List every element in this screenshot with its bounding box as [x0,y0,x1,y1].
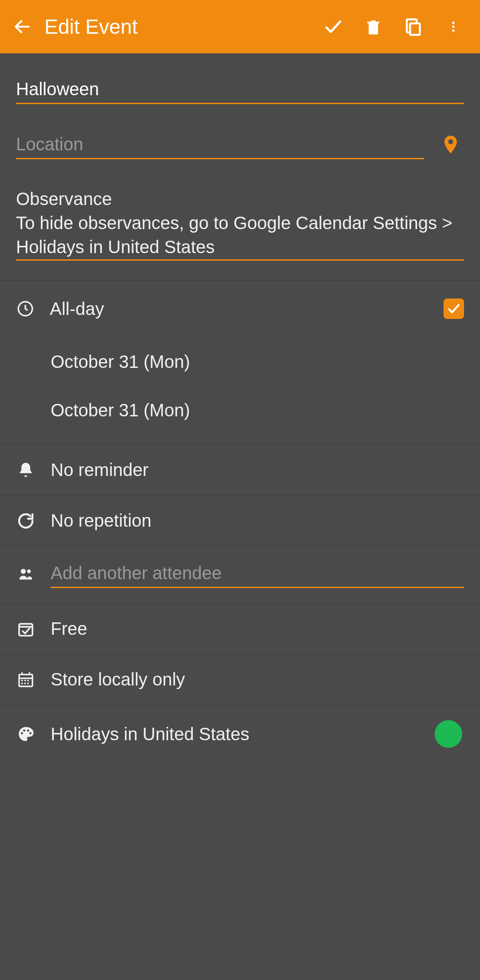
svg-point-23 [27,730,29,732]
palette-icon [16,724,36,744]
svg-rect-18 [27,682,28,684]
availability-row[interactable]: Free [0,604,480,654]
trash-icon [364,17,383,36]
svg-point-8 [27,569,31,573]
start-date-row[interactable]: October 31 (Mon) [0,339,480,385]
people-icon [16,566,36,581]
availability-icon [16,619,36,639]
reminder-label: No reminder [51,460,464,480]
start-date-label: October 31 (Mon) [51,352,190,372]
svg-rect-14 [24,680,26,681]
svg-rect-16 [21,682,23,684]
bell-icon [16,460,36,480]
page-title: Edit Event [44,15,311,39]
repetition-row[interactable]: No repetition [0,496,480,546]
back-button[interactable] [9,13,36,40]
svg-rect-9 [19,624,32,636]
svg-rect-13 [21,680,23,681]
attendees-row [0,546,480,604]
svg-rect-15 [27,680,28,681]
attendee-input[interactable] [51,560,464,588]
copy-icon [404,17,423,36]
dots-vertical-icon [447,18,460,36]
delete-button[interactable] [356,9,391,44]
calendar-icon [16,670,36,690]
end-date-row[interactable]: October 31 (Mon) [0,387,480,434]
event-type-row[interactable]: Holidays in United States [0,705,480,763]
check-icon [323,16,344,37]
storage-label: Store locally only [51,669,464,690]
svg-rect-20 [29,672,30,675]
reminder-row[interactable]: No reminder [0,445,480,496]
overflow-menu-button[interactable] [436,9,471,44]
clock-icon [16,299,35,318]
svg-rect-17 [24,682,26,684]
duplicate-button[interactable] [396,9,431,44]
svg-point-7 [21,569,26,574]
allday-checkbox[interactable] [444,298,464,319]
event-title-input[interactable] [16,75,464,104]
event-basic-section [0,53,480,281]
svg-point-22 [23,730,25,732]
content: All-day October 31 (Mon) October 31 (Mon… [0,53,480,763]
location-row [16,130,464,159]
allday-label: All-day [50,299,428,319]
svg-point-4 [452,25,455,28]
repetition-label: No repetition [51,511,464,531]
location-pin-icon [440,132,461,157]
event-color-swatch[interactable] [435,720,462,748]
save-button[interactable] [316,9,351,44]
svg-rect-2 [410,24,420,35]
time-section: All-day October 31 (Mon) October 31 (Mon… [0,281,480,445]
storage-row[interactable]: Store locally only [0,654,480,705]
availability-label: Free [51,619,464,639]
svg-point-3 [452,22,455,24]
svg-rect-19 [21,672,23,675]
location-input[interactable] [16,130,424,159]
description-input[interactable] [16,185,464,261]
app-bar: Edit Event [0,0,480,53]
arrow-left-icon [12,17,32,36]
svg-point-24 [29,732,32,734]
svg-point-21 [21,732,23,734]
check-icon [447,302,461,316]
repeat-icon [16,511,36,531]
pick-location-button[interactable] [437,131,464,158]
allday-row[interactable]: All-day [0,281,480,327]
svg-point-5 [452,29,455,32]
event-type-label: Holidays in United States [51,724,420,744]
end-date-label: October 31 (Mon) [51,400,190,420]
svg-rect-1 [367,22,380,24]
